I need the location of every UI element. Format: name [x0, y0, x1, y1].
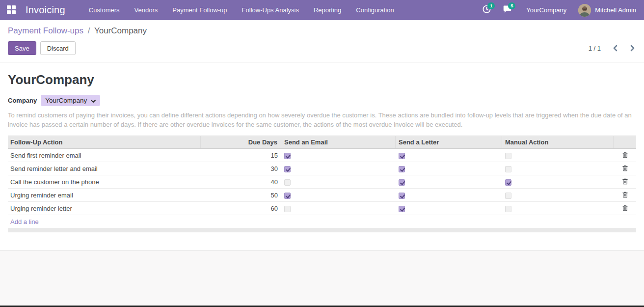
trash-icon: [622, 178, 628, 186]
systray: 1 5 YourCompany: [480, 4, 636, 17]
menu-follow-ups-analysis[interactable]: Follow-Ups Analysis: [242, 6, 299, 14]
header-followup-action[interactable]: Follow-Up Action: [8, 136, 201, 148]
followup-action-cell[interactable]: Send first reminder email: [8, 152, 201, 159]
send-letter-checkbox[interactable]: [399, 206, 405, 212]
delete-row-button[interactable]: [620, 204, 630, 213]
menu-reporting[interactable]: Reporting: [314, 6, 341, 14]
save-button[interactable]: Save: [8, 41, 36, 55]
send-email-checkbox[interactable]: [284, 206, 291, 212]
menu-vendors[interactable]: Vendors: [134, 6, 158, 14]
breadcrumb: Payment Follow-ups / YourCompany: [8, 26, 636, 36]
menu-payment-follow-up[interactable]: Payment Follow-up: [172, 6, 227, 14]
manual-action-checkbox[interactable]: [505, 153, 511, 159]
manual-action-checkbox[interactable]: [505, 206, 511, 212]
manual-action-checkbox[interactable]: [505, 193, 511, 199]
manual-action-checkbox[interactable]: [505, 179, 511, 186]
activities-button[interactable]: 1: [480, 5, 493, 16]
delete-row-button[interactable]: [620, 151, 630, 160]
discard-button[interactable]: Discard: [40, 41, 76, 55]
followup-action-cell[interactable]: Send reminder letter and email: [8, 165, 201, 172]
send-email-checkbox[interactable]: [284, 153, 291, 159]
followup-action-cell[interactable]: Urging reminder email: [8, 192, 201, 199]
send-letter-checkbox[interactable]: [399, 153, 405, 159]
followup-table-row[interactable]: Urging reminder letter 60: [8, 202, 636, 215]
trash-icon: [622, 191, 628, 199]
add-a-line-link[interactable]: Add a line: [10, 218, 39, 225]
followup-table-row[interactable]: Send first reminder email 15: [8, 149, 636, 162]
menu-customers[interactable]: Customers: [89, 6, 120, 14]
header-due-days[interactable]: Due Days: [201, 136, 281, 148]
send-letter-checkbox[interactable]: [399, 166, 405, 172]
company-switcher[interactable]: YourCompany: [526, 6, 566, 14]
chevron-down-icon: [91, 97, 96, 104]
control-panel: Payment Follow-ups / YourCompany Save Di…: [0, 20, 644, 62]
followup-action-cell[interactable]: Urging reminder letter: [8, 205, 201, 212]
company-select[interactable]: YourCompany: [41, 95, 100, 106]
page-title: YourCompany: [8, 72, 636, 87]
send-letter-checkbox[interactable]: [399, 193, 405, 199]
company-field-row: Company YourCompany: [8, 95, 636, 106]
trash-icon: [622, 165, 628, 173]
top-navbar: Invoicing Customers Vendors Payment Foll…: [0, 0, 644, 20]
breadcrumb-current: YourCompany: [94, 26, 147, 35]
header-send-a-letter[interactable]: Send a Letter: [396, 136, 502, 148]
header-manual-action[interactable]: Manual Action: [502, 136, 614, 148]
form-sheet: YourCompany Company YourCompany To remin…: [0, 62, 644, 250]
trash-icon: [622, 204, 628, 213]
followup-table-body: Send first reminder email 15 Send remind…: [8, 149, 636, 215]
company-select-value: YourCompany: [45, 97, 87, 104]
delete-row-button[interactable]: [620, 177, 630, 187]
due-days-cell[interactable]: 40: [201, 178, 281, 186]
user-name: Mitchell Admin: [595, 6, 636, 14]
due-days-cell[interactable]: 15: [201, 152, 281, 159]
trash-icon: [622, 151, 628, 160]
followup-table-row[interactable]: Call the customer on the phone 40: [8, 175, 636, 189]
breadcrumb-separator: /: [88, 26, 90, 35]
delete-row-button[interactable]: [620, 191, 630, 200]
due-days-cell[interactable]: 50: [201, 192, 281, 199]
send-email-checkbox[interactable]: [284, 193, 291, 199]
followup-action-cell[interactable]: Call the customer on the phone: [8, 178, 201, 186]
followup-table: Follow-Up Action Due Days Send an Email …: [8, 136, 636, 232]
menu-configuration[interactable]: Configuration: [356, 6, 394, 14]
main-menu: Customers Vendors Payment Follow-up Foll…: [89, 6, 394, 14]
page: Invoicing Customers Vendors Payment Foll…: [0, 0, 644, 307]
pager-next-button[interactable]: [629, 44, 636, 53]
avatar: [578, 4, 591, 17]
send-letter-checkbox[interactable]: [399, 179, 405, 186]
delete-row-button[interactable]: [620, 164, 630, 173]
manual-action-checkbox[interactable]: [505, 166, 511, 172]
due-days-cell[interactable]: 30: [201, 165, 281, 172]
apps-menu-icon[interactable]: [7, 5, 17, 15]
send-email-checkbox[interactable]: [284, 179, 291, 186]
followup-table-row[interactable]: Urging reminder email 50: [8, 189, 636, 202]
pager-previous-button[interactable]: [612, 44, 618, 53]
activities-badge: 1: [487, 2, 495, 9]
add-line-row: Add a line: [8, 215, 636, 228]
due-days-cell[interactable]: 60: [201, 205, 281, 212]
followup-table-row[interactable]: Send reminder letter and email 30: [8, 162, 636, 175]
messages-badge: 5: [508, 2, 515, 9]
breadcrumb-parent-link[interactable]: Payment Follow-ups: [8, 26, 83, 35]
header-send-an-email[interactable]: Send an Email: [281, 136, 396, 148]
pager: 1 / 1: [589, 44, 636, 53]
followup-table-header: Follow-Up Action Due Days Send an Email …: [8, 136, 636, 149]
page-background: [0, 250, 644, 306]
pager-value: 1 / 1: [589, 45, 601, 52]
messages-button[interactable]: 5: [501, 5, 513, 16]
send-email-checkbox[interactable]: [284, 166, 291, 172]
table-footer-strip: [8, 228, 636, 232]
company-field-label: Company: [8, 97, 37, 104]
app-name[interactable]: Invoicing: [26, 4, 65, 16]
user-menu[interactable]: Mitchell Admin: [578, 4, 636, 17]
header-actions-column: [614, 136, 636, 148]
followup-help-text: To remind customers of paying their invo…: [8, 111, 636, 129]
